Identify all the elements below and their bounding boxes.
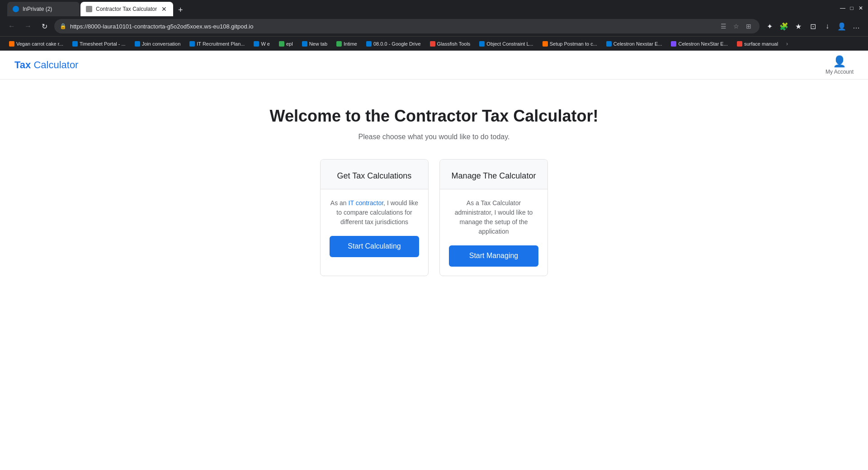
tab-bar: InPrivate (2) Contractor Tax Calculator … (4, 0, 190, 16)
get-tax-card: Get Tax Calculations As an IT contractor… (320, 159, 429, 276)
bookmark-favicon-14 (737, 41, 742, 47)
tab-favicon-inprivate (13, 6, 19, 12)
settings-button[interactable]: … (850, 20, 863, 33)
bookmarks-more-button[interactable]: › (783, 39, 791, 48)
bookmark-label-3: IT Recruitment Plan... (197, 41, 245, 47)
tab-inprivate[interactable]: InPrivate (2) (7, 2, 80, 16)
bookmark-glassfish[interactable]: Glassfish Tools (426, 40, 474, 48)
bookmark-label-6: New tab (309, 41, 327, 47)
app-content: Tax Calculator 👤 My Account Welcome to t… (0, 51, 868, 454)
back-button[interactable]: ← (5, 20, 18, 33)
download-button[interactable]: ↓ (821, 20, 834, 33)
tab-label-inprivate: InPrivate (2) (23, 6, 74, 12)
browser-actions: ✦ 🧩 ★ ⊡ ↓ 👤 … (763, 20, 863, 33)
manage-card-title: Manage The Calculator (449, 170, 538, 182)
window-controls: — □ ✕ (839, 5, 864, 12)
bookmark-object-constraint[interactable]: Object Constraint L... (476, 40, 537, 48)
tab-close-button[interactable]: ✕ (160, 5, 168, 13)
tab-contractor-tax[interactable]: Contractor Tax Calculator ✕ (80, 2, 173, 16)
copilot-button[interactable]: ✦ (763, 20, 776, 33)
bookmark-intime[interactable]: Intime (333, 40, 361, 48)
browser-chrome: InPrivate (2) Contractor Tax Calculator … (0, 0, 868, 51)
get-tax-desc-highlight: IT contractor (349, 199, 384, 207)
start-managing-button[interactable]: Start Managing (449, 245, 538, 266)
bookmark-favicon-11 (542, 41, 548, 47)
close-button[interactable]: ✕ (857, 5, 864, 12)
new-tab-button[interactable]: + (174, 4, 187, 16)
bookmark-favicon-1 (72, 41, 78, 47)
bookmark-google-drive[interactable]: 08.0.0 - Google Drive (363, 40, 425, 48)
bookmark-favicon-0 (9, 41, 14, 47)
bookmark-epl[interactable]: epl (275, 40, 297, 48)
bookmark-timesheet[interactable]: Timesheet Portal - ... (69, 40, 129, 48)
bookmark-label-10: Object Constraint L... (486, 41, 533, 47)
favorites-icon[interactable]: ☆ (731, 21, 741, 32)
bookmark-setup-postman[interactable]: Setup Postman to c... (539, 40, 601, 48)
address-text: https://8000-laura10101-contractorta-g5o… (70, 23, 714, 30)
bookmark-label-2: Join conversation (142, 41, 181, 47)
bookmark-label-4: W e (261, 41, 270, 47)
address-bar-icons: ☰ ☆ ⊞ (718, 21, 754, 32)
bookmark-surface-manual[interactable]: surface manual (733, 40, 782, 48)
bookmark-it-recruitment[interactable]: IT Recruitment Plan... (186, 40, 248, 48)
bookmark-new-tab[interactable]: New tab (298, 40, 331, 48)
bookmark-label-13: Celestron NexStar E... (678, 41, 727, 47)
bookmark-label-9: Glassfish Tools (437, 41, 471, 47)
title-bar: InPrivate (2) Contractor Tax Calculator … (0, 0, 868, 16)
bookmark-favicon-9 (430, 41, 435, 47)
bookmark-label-1: Timesheet Portal - ... (80, 41, 126, 47)
bookmark-favicon-8 (366, 41, 372, 47)
bookmark-label-5: epl (286, 41, 293, 47)
bookmark-join-conversation[interactable]: Join conversation (131, 40, 184, 48)
main-content: Welcome to the Contractor Tax Calculator… (0, 80, 868, 454)
manage-card-header: Manage The Calculator (440, 160, 547, 189)
logo-tax: Tax (14, 59, 31, 70)
bookmark-favicon-10 (479, 41, 485, 47)
get-tax-card-body: As an IT contractor, I would like to com… (321, 189, 428, 275)
bookmark-favicon-5 (279, 41, 284, 47)
my-account-label: My Account (826, 69, 854, 75)
logo-calculator: Calculator (33, 59, 78, 70)
forward-button[interactable]: → (22, 20, 34, 33)
minimize-button[interactable]: — (839, 5, 846, 12)
reload-button[interactable]: ↻ (38, 20, 51, 33)
cards-container: Get Tax Calculations As an IT contractor… (320, 159, 548, 276)
welcome-subtitle: Please choose what you would like to do … (358, 133, 509, 141)
address-bar-row: ← → ↻ 🔒 https://8000-laura10101-contract… (0, 16, 868, 36)
bookmark-favicon-4 (254, 41, 259, 47)
extensions-button[interactable]: 🧩 (778, 20, 790, 33)
my-account-button[interactable]: 👤 My Account (826, 55, 854, 75)
tab-favicon-active (86, 6, 92, 12)
bookmark-vegan-carrot[interactable]: Vegan carrot cake r... (5, 40, 67, 48)
manage-calculator-card: Manage The Calculator As a Tax Calculato… (439, 159, 548, 276)
bookmark-favicon-12 (606, 41, 612, 47)
app-header: Tax Calculator 👤 My Account (0, 51, 868, 80)
app-logo: Tax Calculator (14, 59, 78, 71)
bookmark-celestron-nexstar2[interactable]: Celestron NexStar E... (667, 40, 731, 48)
address-bar[interactable]: 🔒 https://8000-laura10101-contractorta-g… (54, 19, 760, 33)
bookmark-label-12: Celestron Nexstar E... (613, 41, 662, 47)
get-tax-card-title: Get Tax Calculations (330, 170, 419, 182)
bookmark-label-7: Intime (344, 41, 357, 47)
maximize-button[interactable]: □ (848, 5, 855, 12)
collections-icon[interactable]: ⊞ (743, 21, 754, 32)
bookmark-favicon-13 (671, 41, 676, 47)
profile-button[interactable]: 👤 (835, 20, 848, 33)
bookmark-w-e[interactable]: W e (250, 40, 274, 48)
welcome-title: Welcome to the Contractor Tax Calculator… (270, 107, 599, 126)
get-tax-desc-before: As an (330, 199, 349, 207)
bookmark-celestron-nexstar[interactable]: Celestron Nexstar E... (603, 40, 666, 48)
bookmark-favicon-6 (302, 41, 307, 47)
start-calculating-button[interactable]: Start Calculating (330, 236, 419, 257)
bookmark-favicon-3 (189, 41, 195, 47)
reader-mode-icon[interactable]: ☰ (718, 21, 729, 32)
bookmark-favicon-7 (336, 41, 342, 47)
get-tax-card-header: Get Tax Calculations (321, 160, 428, 189)
account-icon: 👤 (833, 55, 846, 68)
bookmark-label-14: surface manual (744, 41, 778, 47)
bookmark-label-11: Setup Postman to c... (550, 41, 597, 47)
bookmark-label-8: 08.0.0 - Google Drive (373, 41, 421, 47)
collections-button[interactable]: ⊡ (807, 20, 819, 33)
lock-icon: 🔒 (60, 23, 66, 29)
favorites-button[interactable]: ★ (792, 20, 805, 33)
